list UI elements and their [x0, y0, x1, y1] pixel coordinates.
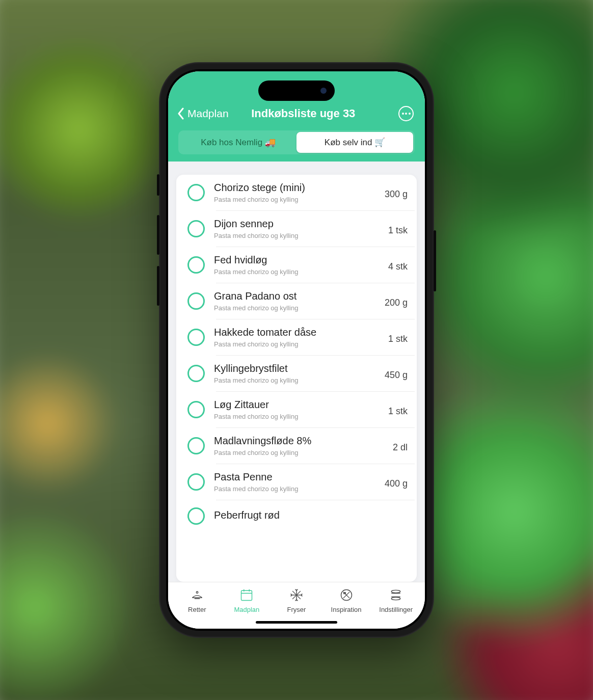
check-circle-icon[interactable] [187, 256, 205, 274]
item-text: Pasta Penne Pasta med chorizo og kylling [214, 471, 375, 493]
check-circle-icon[interactable] [187, 365, 205, 382]
segment-self[interactable]: Køb selv ind 🛒 [296, 132, 413, 153]
tab-inspiration[interactable]: Inspiration [321, 587, 371, 613]
tab-label: Retter [188, 606, 206, 613]
item-subtitle: Pasta med chorizo og kylling [214, 485, 375, 493]
item-text: Peberfrugt rød [214, 509, 408, 523]
item-subtitle: Pasta med chorizo og kylling [214, 340, 379, 348]
item-subtitle: Pasta med chorizo og kylling [214, 268, 379, 276]
list-item[interactable]: Hakkede tomater dåse Pasta med chorizo o… [176, 319, 417, 355]
check-circle-icon[interactable] [187, 401, 205, 418]
list-item[interactable]: Fed hvidløg Pasta med chorizo og kylling… [176, 247, 417, 283]
list-item[interactable]: Grana Padano ost Pasta med chorizo og ky… [176, 283, 417, 319]
item-subtitle: Pasta med chorizo og kylling [214, 304, 375, 312]
dynamic-island [258, 80, 335, 101]
chevron-left-icon [177, 107, 184, 120]
item-name: Kyllingebrystfilet [214, 363, 375, 374]
item-name: Fed hvidløg [214, 254, 379, 266]
item-name: Løg Zittauer [214, 399, 379, 411]
purchase-mode-segment: Køb hos Nemlig 🚚 Køb selv ind 🛒 [178, 130, 415, 154]
more-icon [402, 113, 411, 115]
check-circle-icon[interactable] [187, 437, 205, 454]
tab-label: Fryser [287, 606, 306, 613]
list-item[interactable]: Løg Zittauer Pasta med chorizo og kyllin… [176, 392, 417, 427]
phone-frame: Madplan Indkøbsliste uge 33 Køb hos Neml… [159, 62, 434, 638]
item-name: Pasta Penne [214, 471, 375, 483]
check-circle-icon[interactable] [187, 473, 205, 491]
tab-retter[interactable]: Retter [172, 587, 222, 613]
item-name: Dijon sennep [214, 218, 379, 230]
shopping-list-card: Chorizo stege (mini) Pasta med chorizo o… [176, 175, 417, 582]
item-quantity: 1 stk [388, 403, 408, 417]
item-subtitle: Pasta med chorizo og kylling [214, 232, 379, 239]
svg-rect-1 [241, 590, 252, 600]
tab-label: Indstillinger [379, 606, 413, 613]
home-indicator [256, 621, 337, 624]
item-text: Madlavningsfløde 8% Pasta med chorizo og… [214, 435, 384, 456]
check-circle-icon[interactable] [187, 507, 205, 525]
fryser-icon [289, 587, 304, 603]
list-item[interactable]: Peberfrugt rød [176, 500, 417, 525]
item-name: Grana Padano ost [214, 290, 375, 302]
inspiration-icon [339, 587, 354, 603]
item-text: Chorizo stege (mini) Pasta med chorizo o… [214, 182, 375, 203]
list-container: Chorizo stege (mini) Pasta med chorizo o… [168, 161, 425, 582]
item-name: Peberfrugt rød [214, 509, 408, 521]
list-item[interactable]: Pasta Penne Pasta med chorizo og kylling… [176, 464, 417, 500]
item-quantity: 450 g [385, 367, 408, 381]
item-name: Madlavningsfløde 8% [214, 435, 384, 447]
tab-fryser[interactable]: Fryser [272, 587, 321, 613]
item-text: Grana Padano ost Pasta med chorizo og ky… [214, 290, 375, 312]
tab-indstillinger[interactable]: Indstillinger [371, 587, 421, 613]
item-quantity: 1 tsk [388, 222, 408, 236]
item-subtitle: Pasta med chorizo og kylling [214, 413, 379, 420]
item-text: Fed hvidløg Pasta med chorizo og kylling [214, 254, 379, 276]
madplan-icon [239, 587, 254, 603]
item-subtitle: Pasta med chorizo og kylling [214, 376, 375, 384]
svg-point-0 [196, 591, 198, 594]
indstillinger-icon [388, 587, 403, 603]
item-text: Løg Zittauer Pasta med chorizo og kyllin… [214, 399, 379, 420]
tab-madplan[interactable]: Madplan [222, 587, 272, 613]
volume-down-button [157, 266, 159, 306]
item-text: Hakkede tomater dåse Pasta med chorizo o… [214, 327, 379, 348]
volume-up-button [157, 215, 159, 255]
tab-label: Inspiration [331, 606, 362, 613]
list-item[interactable]: Kyllingebrystfilet Pasta med chorizo og … [176, 356, 417, 391]
item-quantity: 2 dl [393, 439, 408, 453]
item-quantity: 300 g [385, 186, 408, 200]
check-circle-icon[interactable] [187, 220, 205, 237]
item-subtitle: Pasta med chorizo og kylling [214, 196, 375, 203]
svg-point-19 [391, 597, 400, 600]
item-quantity: 1 stk [388, 331, 408, 344]
item-text: Kyllingebrystfilet Pasta med chorizo og … [214, 363, 375, 384]
item-name: Chorizo stege (mini) [214, 182, 375, 194]
list-item[interactable]: Dijon sennep Pasta med chorizo og kyllin… [176, 211, 417, 247]
item-name: Hakkede tomater dåse [214, 327, 379, 338]
segment-nemlig[interactable]: Køb hos Nemlig 🚚 [180, 132, 296, 153]
svg-point-18 [391, 590, 400, 593]
item-subtitle: Pasta med chorizo og kylling [214, 449, 384, 456]
tab-label: Madplan [234, 606, 259, 613]
check-circle-icon[interactable] [187, 329, 205, 346]
item-quantity: 4 stk [388, 258, 408, 272]
item-quantity: 200 g [385, 294, 408, 308]
list-item[interactable]: Madlavningsfløde 8% Pasta med chorizo og… [176, 428, 417, 464]
retter-icon [190, 587, 205, 603]
mute-switch [157, 174, 159, 196]
check-circle-icon[interactable] [187, 292, 205, 310]
power-button [434, 230, 436, 291]
more-button[interactable] [398, 106, 414, 121]
list-item[interactable]: Chorizo stege (mini) Pasta med chorizo o… [176, 175, 417, 210]
page-title: Indkøbsliste uge 33 [208, 107, 398, 120]
phone-screen: Madplan Indkøbsliste uge 33 Køb hos Neml… [168, 71, 425, 629]
item-quantity: 400 g [385, 475, 408, 489]
check-circle-icon[interactable] [187, 184, 205, 201]
item-text: Dijon sennep Pasta med chorizo og kyllin… [214, 218, 379, 239]
